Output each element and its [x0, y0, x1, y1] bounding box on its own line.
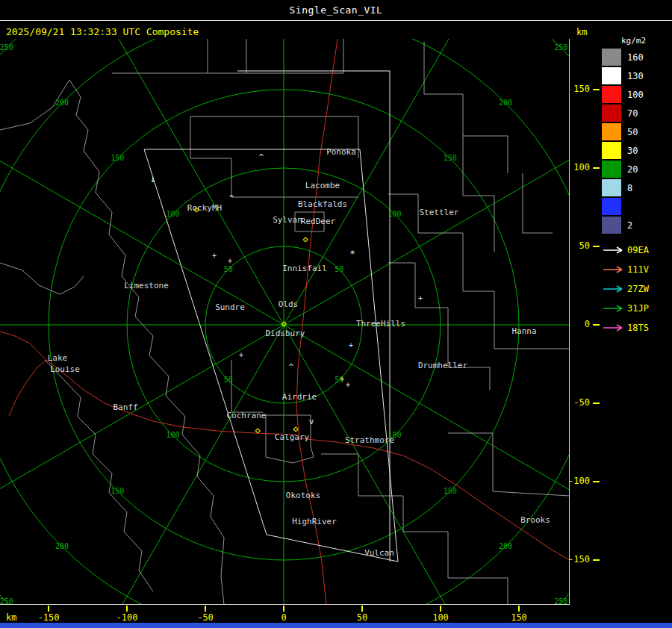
- scale-row: 8: [602, 178, 671, 197]
- radar-map[interactable]: 5010015020025050100150200250501001502002…: [0, 39, 570, 605]
- bottom-scrollbar[interactable]: [0, 623, 672, 628]
- town-label: Didsbury: [266, 329, 305, 338]
- track-arrow-icon: [602, 304, 624, 313]
- track-id-label: 31JP: [627, 303, 649, 314]
- town-label: Lacombe: [305, 181, 340, 190]
- diamond-marker: ◇: [302, 234, 308, 244]
- scale-row: 50: [602, 122, 671, 141]
- y-tick-mark: [593, 402, 600, 404]
- scale-color-swatch: [602, 67, 621, 84]
- y-tick-mark: [593, 89, 600, 90]
- scale-row: 130: [602, 66, 671, 85]
- plus-marker: +: [340, 375, 344, 383]
- x-tick-mark: [518, 606, 520, 612]
- y-tick-label: -50: [567, 397, 590, 408]
- boundary-line: [523, 173, 553, 233]
- ring-distance-label: 250: [0, 43, 13, 52]
- y-axis-unit-label: km: [576, 27, 587, 37]
- town-label: Innisfail: [282, 264, 327, 273]
- track-arrow-icon: [602, 323, 624, 332]
- legend-unit-label: kg/m2: [621, 36, 671, 46]
- town-label: Okotoks: [286, 491, 320, 500]
- track-id-label: 27ZW: [627, 284, 649, 294]
- scale-color-swatch: [602, 86, 621, 103]
- town-label: Louise: [50, 364, 80, 374]
- ring-distance-label: 50: [224, 376, 233, 384]
- storm-track-row: 27ZW: [602, 279, 671, 299]
- legend-panel: kg/m2 1601301007050302082 09EA111V27ZW31…: [602, 36, 671, 338]
- y-tick-mark: [593, 324, 600, 326]
- window-titlebar: Single_Scan_VIL: [0, 0, 672, 21]
- ring-distance-label: 200: [499, 99, 512, 107]
- ring-distance-label: 100: [166, 210, 179, 218]
- scale-row: 160: [602, 48, 671, 66]
- scale-value-label: 20: [627, 164, 638, 175]
- scale-value-label: 50: [627, 127, 638, 137]
- town-label: RedDeer: [301, 217, 336, 226]
- scale-color-swatch: [602, 123, 621, 140]
- x-tick-label: 50: [340, 612, 385, 623]
- town-label: Brooks: [520, 515, 550, 525]
- town-label: Sylvan: [273, 215, 302, 225]
- storm-track-row: 18TS: [602, 318, 671, 338]
- plus-marker: +: [349, 341, 353, 349]
- x-tick-label: -150: [26, 612, 71, 623]
- x-tick-mark: [205, 606, 206, 612]
- scale-value-label: 2: [627, 220, 632, 231]
- x-tick-mark: [283, 606, 284, 612]
- town-label: ThreeHills: [356, 319, 405, 329]
- ring-distance-label: 250: [0, 597, 13, 605]
- track-id-label: 09EA: [627, 245, 649, 255]
- ring-distance-label: 250: [554, 43, 567, 52]
- town-label: Banff: [113, 402, 137, 412]
- ring-distance-label: 200: [55, 99, 69, 107]
- coverage-polygon: [237, 71, 390, 562]
- town-label: Olds: [279, 299, 299, 309]
- scale-color-swatch: [602, 49, 621, 66]
- scale-value-label: 70: [627, 108, 638, 119]
- town-label: Vulcan: [364, 548, 394, 558]
- scale-color-swatch: [602, 198, 621, 215]
- scale-value-label: 160: [627, 52, 644, 63]
- plus-marker: +: [212, 252, 217, 260]
- ring-distance-label: 100: [388, 210, 401, 218]
- town-label: Ponoka: [326, 147, 356, 157]
- storm-track-row: 09EA: [602, 240, 671, 260]
- ring-distance-label: 200: [55, 542, 69, 550]
- boundary-line: [231, 360, 263, 412]
- color-scale: 1601301007050302082: [602, 48, 671, 234]
- ring-distance-label: 150: [444, 487, 457, 495]
- asterisk-marker: *: [349, 249, 355, 259]
- boundary-line: [190, 116, 231, 197]
- town-label: Lake: [48, 353, 68, 363]
- ring-distance-label: 150: [111, 487, 124, 495]
- diamond-marker: ◇: [281, 318, 287, 329]
- x-tick-label: -50: [183, 612, 228, 623]
- ring-distance-label: 50: [335, 265, 343, 273]
- scale-row: 2: [602, 216, 671, 234]
- ring-distance-label: 150: [444, 154, 457, 162]
- x-tick-label: -100: [105, 612, 149, 623]
- highway-line: [299, 438, 570, 560]
- ring-distance-label: 250: [554, 597, 567, 605]
- town-label: Stettler: [420, 208, 459, 217]
- x-tick-mark: [440, 606, 441, 612]
- scale-color-swatch: [602, 217, 621, 234]
- storm-track-row: 111V: [602, 260, 671, 279]
- y-tick-mark: [593, 481, 600, 482]
- town-label: Calgary: [275, 432, 310, 442]
- scale-row: 30: [602, 141, 671, 160]
- storm-track-row: 31JP: [602, 299, 671, 318]
- ring-distance-label: 100: [166, 431, 179, 439]
- x-tick-mark: [361, 606, 363, 612]
- diamond-marker: ◇: [293, 423, 299, 434]
- timestamp-label: 2025/09/21 13:32:33 UTC Composite: [6, 26, 199, 37]
- boundary-line: [0, 263, 84, 294]
- vee-marker: v: [309, 417, 314, 426]
- scale-row: 20: [602, 160, 671, 178]
- caret-marker: ^: [229, 193, 234, 203]
- town-label: HighRiver: [292, 517, 337, 526]
- town-label: Cochrane: [227, 411, 267, 420]
- coverage-polygon: [144, 149, 398, 562]
- boundary-line: [45, 360, 153, 591]
